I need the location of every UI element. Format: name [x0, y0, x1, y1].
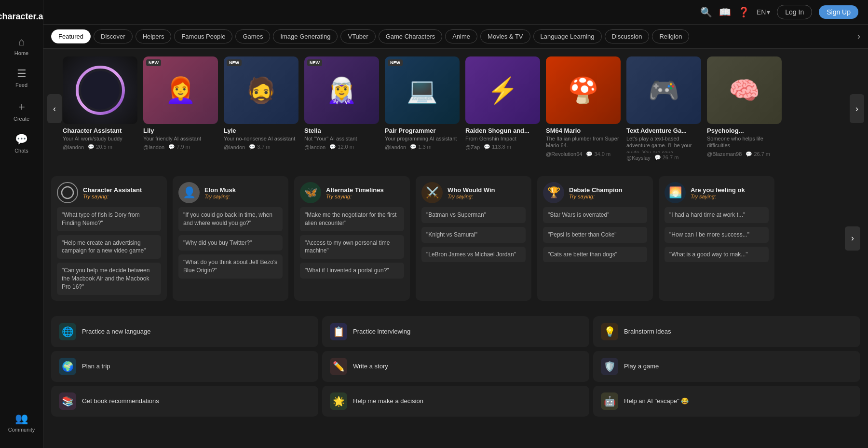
char-card-stella[interactable]: NEW 🧝‍♀️ Stella Not "Your" AI assistant … [304, 56, 379, 161]
sidebar-item-chats[interactable]: 💬 Chats [0, 127, 43, 159]
featured-section: ‹ [43, 49, 868, 168]
quick-actions-grid: 🌐 Practice a new language 📋 Practice int… [51, 316, 860, 417]
try-prompt-1-feeling[interactable]: "I had a hard time at work t..." [665, 207, 769, 223]
quick-ai-escape[interactable]: 🤖 Help an AI "escape" 😂 [593, 386, 860, 417]
char-card-lily[interactable]: NEW 👩‍🦰 Lily Your friendly AI assistant … [143, 56, 218, 161]
char-author-pair: @landon [385, 144, 406, 150]
carousel-next-button[interactable]: › [850, 94, 864, 123]
quick-brainstorm[interactable]: 💡 Brainstorm ideas [593, 316, 860, 347]
char-card-text-adventure[interactable]: 🎮 Text Adventure Ga... Let's play a text… [626, 56, 701, 161]
home-icon: ⌂ [18, 36, 25, 48]
char-meta-stella: @landon 💬 12.0 m [304, 144, 379, 150]
try-prompt-1-alternate[interactable]: "Make me the negotiator for the first al… [300, 207, 404, 231]
topbar: 🔍 📖 ❓ EN ▾ Log In Sign Up [43, 0, 868, 25]
tab-language-learning[interactable]: Language Learning [533, 29, 602, 43]
search-icon[interactable]: 🔍 [700, 6, 712, 18]
tab-anime[interactable]: Anime [445, 29, 477, 43]
try-prompt-3-elon[interactable]: "What do you think about Jeff Bezo's Blu… [178, 254, 283, 279]
try-prompt-2-debate[interactable]: "Pepsi is better than Coke" [543, 227, 647, 243]
char-avatar-lily: NEW 👩‍🦰 [143, 56, 218, 124]
try-prompt-2-alternate[interactable]: "Access to my own personal time machine" [300, 235, 404, 259]
char-card-raiden[interactable]: ⚡ Raiden Shogun and... From Genshin Impa… [465, 56, 540, 161]
quick-practice-interview[interactable]: 📋 Practice interviewing [322, 316, 589, 347]
try-prompt-3-debate[interactable]: "Cats are better than dogs" [543, 247, 647, 263]
try-card-debate[interactable]: 🏆 Debate Champion Try saying: "Star Wars… [537, 176, 653, 301]
try-prompt-2-who-win[interactable]: "Knight vs Samurai" [421, 227, 526, 243]
language-selector[interactable]: EN ▾ [757, 8, 770, 16]
practice-language-icon: 🌐 [59, 323, 76, 340]
sidebar-item-create[interactable]: ＋ Create [0, 94, 43, 127]
try-next-button[interactable]: › [845, 226, 860, 251]
try-card-who-win[interactable]: ⚔️ Who Would Win Try saying: "Batman vs … [416, 176, 531, 301]
try-header-who-win: ⚔️ Who Would Win Try saying: [421, 182, 526, 203]
char-avatar-stella: NEW 🧝‍♀️ [304, 56, 379, 124]
tab-vtuber[interactable]: VTuber [340, 29, 375, 43]
try-prompt-1-who-win[interactable]: "Batman vs Superman" [421, 207, 526, 223]
plan-trip-icon: 🌍 [59, 358, 76, 375]
try-prompt-3-assistant[interactable]: "Can you help me decide between the Macb… [57, 263, 161, 294]
tab-helpers[interactable]: Helpers [136, 29, 172, 43]
tab-image-generating[interactable]: Image Generating [273, 29, 338, 43]
char-card-assistant[interactable]: Character Assistant Your AI work/study b… [63, 56, 137, 161]
char-card-lyle[interactable]: NEW 🧔 Lyle Your no-nonsense AI assistant… [224, 56, 298, 161]
char-card-psychologist[interactable]: 🧠 Psycholog... Someone who helps life di… [707, 56, 782, 161]
try-prompt-1-assistant[interactable]: "What type of fish is Dory from Finding … [57, 207, 161, 231]
try-prompt-2-feeling[interactable]: "How can I be more success..." [665, 227, 769, 243]
sidebar-label-feed: Feed [15, 82, 27, 88]
char-card-mario[interactable]: 🍄 SM64 Mario The Italian plumber from Su… [546, 56, 621, 161]
try-section: Character Assistant Try saying: "What ty… [43, 168, 868, 308]
tab-game-characters[interactable]: Game Characters [379, 29, 443, 43]
login-button[interactable]: Log In [777, 5, 812, 19]
try-prompt-1-elon[interactable]: "If you could go back in time, when and … [178, 207, 283, 231]
svg-point-2 [62, 187, 73, 198]
try-prompt-2-elon[interactable]: "Why did you buy Twitter?" [178, 235, 283, 251]
carousel-prev-button[interactable]: ‹ [47, 94, 62, 123]
tab-famous-people[interactable]: Famous People [174, 29, 232, 43]
tab-featured[interactable]: Featured [51, 29, 91, 43]
category-tabs: Featured Discover Helpers Famous People … [43, 25, 868, 49]
char-author-lily: @landon [143, 144, 164, 150]
sidebar-item-home[interactable]: ⌂ Home [0, 30, 43, 62]
try-card-elon[interactable]: 👤 Elon Musk Try saying: "If you could go… [173, 176, 288, 301]
scroll-area[interactable]: ‹ [43, 49, 868, 448]
try-subtitle-who-win: Try saying: [448, 194, 495, 199]
sidebar-item-community[interactable]: 👥 Community [0, 406, 43, 438]
char-chats-text-adventure: 💬 26.7 m [654, 154, 679, 161]
topbar-right: 🔍 📖 ❓ EN ▾ Log In Sign Up [700, 5, 858, 19]
try-prompt-1-debate[interactable]: "Star Wars is overrated" [543, 207, 647, 223]
quick-play-game[interactable]: 🛡️ Play a game [593, 351, 860, 382]
char-desc-assistant: Your AI work/study buddy [63, 135, 137, 142]
quick-make-decision[interactable]: 🌟 Help me make a decision [322, 386, 589, 417]
char-author-psychologist: @Blazeman98 [707, 151, 742, 157]
sidebar-item-feed[interactable]: ☰ Feed [0, 62, 43, 94]
tab-discover[interactable]: Discover [94, 29, 133, 43]
try-prompt-3-who-win[interactable]: "LeBron James vs Michael Jordan" [421, 247, 526, 263]
tab-religion[interactable]: Religion [652, 29, 689, 43]
help-icon[interactable]: ❓ [738, 6, 750, 18]
quick-book-recs[interactable]: 📚 Get book recommendations [51, 386, 318, 417]
try-avatar-who-win: ⚔️ [421, 182, 443, 203]
try-card-feeling[interactable]: 🌅 Are you feeling ok Try saying: "I had … [659, 176, 774, 301]
categories-next-arrow[interactable]: › [857, 31, 860, 42]
char-desc-lily: Your friendly AI assistant [143, 135, 218, 142]
try-name-who-win: Who Would Win [448, 186, 495, 194]
write-story-label: Write a story [353, 363, 388, 370]
signup-button[interactable]: Sign Up [819, 5, 858, 19]
try-prompt-2-assistant[interactable]: "Help me create an advertising campaign … [57, 235, 161, 259]
quick-practice-language[interactable]: 🌐 Practice a new language [51, 316, 318, 347]
char-card-pair-programmer[interactable]: NEW 💻 Pair Programmer Your programming A… [385, 56, 460, 161]
community-icon: 👥 [15, 412, 28, 425]
tab-discussion[interactable]: Discussion [605, 29, 650, 43]
try-prompt-3-feeling[interactable]: "What is a good way to mak..." [665, 247, 769, 263]
tab-movies-tv[interactable]: Movies & TV [480, 29, 530, 43]
play-game-label: Play a game [624, 363, 659, 370]
quick-write-story[interactable]: ✏️ Write a story [322, 351, 589, 382]
try-card-assistant[interactable]: Character Assistant Try saying: "What ty… [51, 176, 167, 301]
tab-games[interactable]: Games [235, 29, 270, 43]
try-card-alternate[interactable]: 🦋 Alternate Timelines Try saying: "Make … [294, 176, 410, 301]
quick-plan-trip[interactable]: 🌍 Plan a trip [51, 351, 318, 382]
try-prompt-3-alternate[interactable]: "What if I invented a portal gun?" [300, 263, 404, 279]
bookmark-icon[interactable]: 📖 [719, 6, 731, 18]
make-decision-icon: 🌟 [330, 392, 347, 410]
new-badge-pair: NEW [388, 59, 403, 66]
